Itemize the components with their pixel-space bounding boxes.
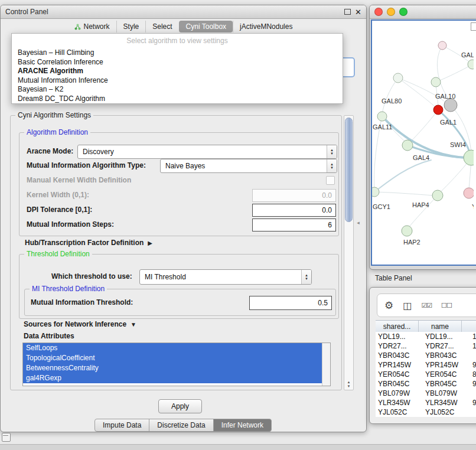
panel-dock-icon[interactable] — [2, 433, 11, 442]
table-row[interactable]: YBR043CYBR043C — [376, 351, 476, 360]
bottom-tab-discretize-data[interactable]: Discretize Data — [149, 419, 213, 432]
table-cell: YPR145W — [423, 360, 470, 370]
network-node-left-mid[interactable] — [372, 187, 379, 197]
network-window-titlebar[interactable] — [370, 5, 476, 19]
node-label-gal: GAL — [461, 51, 474, 58]
zoom-traffic-icon[interactable] — [399, 8, 407, 16]
minimize-traffic-icon[interactable] — [387, 8, 395, 16]
attribute-item-gal4rgexp[interactable]: gal4RGexp — [23, 373, 322, 383]
tab-jactivemnodules[interactable]: jActiveMNodules — [233, 21, 299, 32]
column-header-shared[interactable]: shared... — [376, 321, 419, 332]
table-cell: YER054C — [423, 370, 470, 379]
algorithm-item-bayesian-hill-climbing[interactable]: Bayesian – Hill Climbing — [12, 48, 343, 58]
table-header: shared...name — [376, 320, 476, 333]
network-node-hap4[interactable] — [432, 190, 443, 201]
birdseye-toggle[interactable] — [471, 22, 476, 31]
mi-steps-input[interactable]: 6 — [252, 219, 336, 231]
table-row[interactable]: YLR345WYLR345W9. — [376, 398, 476, 407]
network-edge[interactable] — [437, 45, 449, 100]
algorithm-item-bayesian-k2[interactable]: Bayesian – K2 — [12, 85, 343, 94]
mi-threshold-input[interactable]: 0.5 — [249, 296, 332, 310]
algorithm-item-dream8-dc-tdc-algorithm[interactable]: Dream8 DC_TDC Algorithm — [12, 94, 343, 104]
tab-network[interactable]: Network — [68, 21, 116, 32]
node-label-swi4: SWI4 — [450, 141, 466, 148]
network-edge[interactable] — [374, 160, 431, 192]
tab-select[interactable]: Select — [145, 21, 178, 32]
float-icon[interactable] — [344, 9, 351, 15]
dpi-tolerance-input[interactable]: 0.0 — [252, 204, 336, 217]
table-row[interactable]: YBR045CYBR045C9. — [376, 379, 476, 389]
network-node-green-a[interactable] — [431, 77, 441, 87]
control-panel-titlebar[interactable]: Control Panel ✕ — [1, 5, 366, 19]
scrollbar-arrows-icon[interactable]: ▲▼ — [344, 380, 353, 389]
table-row[interactable]: YER054CYER054C8. — [376, 370, 476, 379]
attribute-item-betweennesscentrality[interactable]: BetweennessCentrality — [23, 363, 322, 373]
attribute-item-topologicalcoefficient[interactable]: TopologicalCoefficient — [23, 353, 322, 363]
network-node-pink-top[interactable] — [438, 41, 446, 50]
network-node-gal10[interactable] — [444, 99, 457, 112]
network-edge[interactable] — [411, 110, 438, 141]
apply-button[interactable]: Apply — [158, 399, 202, 413]
bottom-tab-infer-network[interactable]: Infer Network — [213, 419, 272, 432]
table-row[interactable]: YPR145WYPR145W9. — [376, 360, 476, 370]
network-canvas[interactable]: GALGAL80GAL10GAL11GAL1SWI4GAL4GCY1HAP4HA… — [371, 19, 476, 266]
combobox-stepper-icon: ▲▼ — [301, 270, 311, 284]
table-cell: 13 — [470, 332, 476, 341]
select-all-icon[interactable]: ☑☑ — [421, 302, 432, 309]
kernel-width-label: Kernel Width (0,1): — [27, 189, 89, 201]
tab-cyni-toolbox[interactable]: Cyni Toolbox — [179, 21, 233, 32]
cyni-algorithm-settings-group: Cyni Algorithm Settings Algorithm Defini… — [10, 115, 342, 390]
table-row[interactable]: YDR27...YDR27...12 — [376, 341, 476, 351]
network-node-pale-left[interactable] — [393, 73, 403, 83]
columns-icon[interactable]: ◫ — [403, 300, 412, 311]
table-cell: 9. — [470, 360, 476, 370]
which-threshold-combobox[interactable]: MI Threshold ▲▼ — [139, 269, 312, 285]
table-panel-title: Table Panel — [375, 274, 412, 282]
network-node-pink-right[interactable] — [464, 188, 474, 198]
attribute-item-selfloops[interactable]: SelfLoops — [23, 343, 322, 353]
manual-kernel-checkbox[interactable] — [326, 176, 335, 185]
bottom-tab-impute-data[interactable]: Impute Data — [94, 419, 149, 432]
aracne-mode-combobox[interactable]: Discovery ▲▼ — [77, 145, 337, 159]
table-cell: 9. — [470, 379, 476, 389]
network-edge[interactable] — [436, 64, 472, 82]
list-scrollbar[interactable] — [322, 343, 330, 386]
close-icon[interactable]: ✕ — [355, 8, 361, 16]
algorithm-item-basic-correlation-inference[interactable]: Basic Correlation Inference — [12, 58, 343, 67]
node-label-gal80: GAL80 — [382, 97, 402, 105]
algorithm-definition-group: Algorithm Definition Aracne Mode: Discov… — [19, 132, 339, 236]
algorithm-item-mutual-information-inference[interactable]: Mutual Information Inference — [12, 76, 343, 86]
gear-icon[interactable]: ⚙ — [384, 299, 393, 312]
network-edge[interactable] — [382, 78, 398, 114]
node-label-gcy1: GCY1 — [373, 203, 390, 210]
table-cell: YDL19... — [423, 332, 470, 341]
network-node-gal11[interactable] — [377, 112, 387, 121]
algorithm-item-aracne-algorithm[interactable]: ARACNE Algorithm — [12, 67, 343, 76]
network-node-hap2[interactable] — [402, 226, 412, 236]
hub-definition-expander[interactable]: Hub/Transcription Factor Definition▶ — [25, 239, 152, 247]
mi-type-combobox[interactable]: Naive Bayes ▲▼ — [160, 159, 337, 173]
deselect-all-icon[interactable]: ☐☐ — [441, 302, 452, 309]
table-row[interactable]: YDL19...YDL19...13 — [376, 332, 476, 341]
table-cell — [470, 389, 476, 398]
column-header-2[interactable] — [462, 321, 476, 332]
tab-style[interactable]: Style — [116, 21, 146, 32]
table-row[interactable]: YJL052CYJL052C — [376, 407, 476, 417]
kernel-width-input[interactable]: 0.0 — [252, 189, 336, 202]
network-node-gal4[interactable] — [402, 140, 413, 151]
window-title: Control Panel — [5, 8, 48, 16]
table-cell: YDL19... — [376, 332, 423, 341]
settings-scrollbar[interactable]: ▲▼ — [344, 115, 354, 390]
sources-expander[interactable]: Sources for Network Inference▼ — [24, 320, 136, 328]
network-edge[interactable] — [409, 195, 438, 227]
scrollbar-thumb[interactable] — [345, 118, 353, 222]
collapse-arrow-icon[interactable]: ◂ — [356, 217, 361, 228]
network-node-gal1[interactable] — [464, 150, 474, 165]
column-header-name[interactable]: name — [419, 321, 462, 332]
table-row[interactable]: YBL079WYBL079W — [376, 389, 476, 398]
network-edge[interactable] — [374, 192, 433, 195]
table-cell — [470, 407, 476, 417]
data-attributes-list[interactable]: SelfLoopsTopologicalCoefficientBetweenne… — [22, 343, 331, 386]
network-node-red-node[interactable] — [433, 105, 443, 115]
close-traffic-icon[interactable] — [374, 8, 383, 16]
